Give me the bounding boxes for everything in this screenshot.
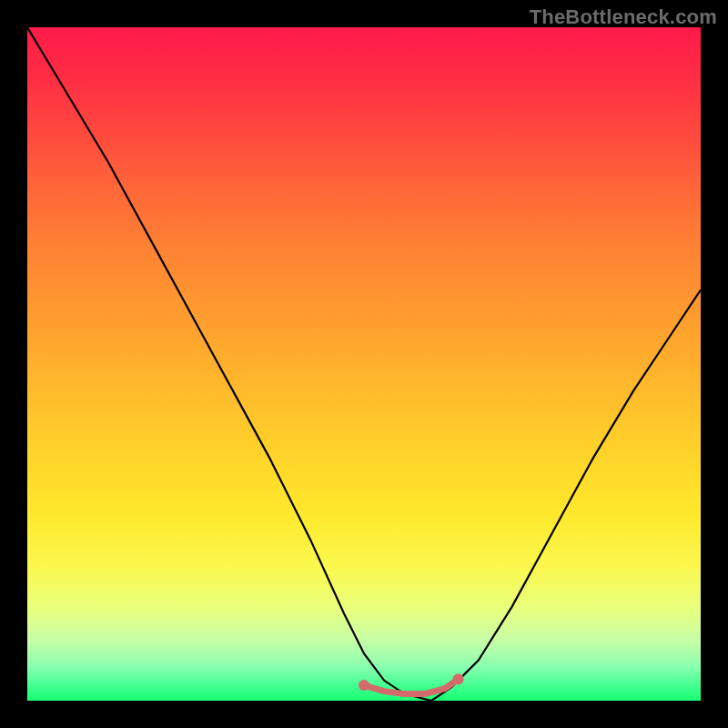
valley-band-path (364, 679, 459, 693)
chart-frame: TheBottleneck.com (0, 0, 728, 728)
valley-dot-left (359, 680, 369, 691)
gradient-plot-area (27, 27, 701, 701)
valley-dot-right (453, 673, 464, 684)
chart-svg (27, 27, 701, 701)
bottleneck-curve-path (27, 27, 701, 701)
watermark-text: TheBottleneck.com (530, 5, 717, 29)
